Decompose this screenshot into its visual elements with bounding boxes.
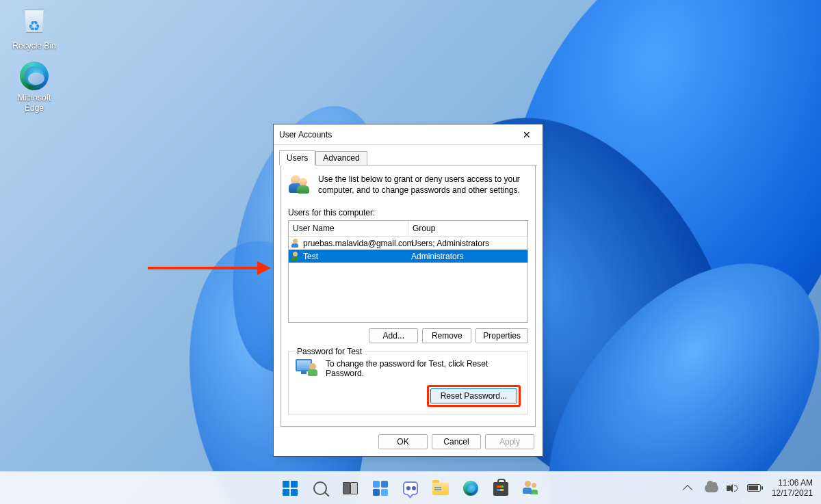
microsoft-edge-label: Microsoft Edge <box>8 93 60 113</box>
tab-advanced[interactable]: Advanced <box>315 151 367 165</box>
col-user-name[interactable]: User Name <box>289 221 408 236</box>
chat-icon <box>403 481 418 495</box>
apply-button[interactable]: Apply <box>485 434 534 449</box>
tab-pane-users: Use the list below to grant or deny user… <box>281 165 536 427</box>
edge-glyph <box>19 62 49 92</box>
search-icon <box>313 481 327 495</box>
close-button[interactable]: ✕ <box>511 124 543 145</box>
ok-button[interactable]: OK <box>378 434 428 449</box>
tabs: Users Advanced <box>279 150 537 165</box>
tab-users[interactable]: Users <box>279 150 315 165</box>
edge-button[interactable] <box>457 475 484 502</box>
taskbar-right: 11:06 AM 12/17/2021 <box>677 475 817 502</box>
col-group[interactable]: Group <box>408 221 527 236</box>
start-button[interactable] <box>276 475 304 502</box>
onedrive-icon <box>705 484 718 492</box>
file-explorer-button[interactable] <box>427 475 454 502</box>
user-group-cell: Administrators <box>408 252 527 261</box>
list-label: Users for this computer: <box>288 208 528 217</box>
remove-button[interactable]: Remove <box>422 328 471 343</box>
annotation-highlight: Reset Password... <box>427 385 521 407</box>
user-list-header: User Name Group <box>289 221 527 237</box>
widgets-button[interactable] <box>367 475 394 502</box>
people-icon <box>523 481 539 496</box>
reset-password-button[interactable]: Reset Password... <box>430 388 517 403</box>
battery-icon <box>747 484 761 492</box>
taskbar: 11:06 AM 12/17/2021 <box>0 471 821 504</box>
titlebar[interactable]: User Accounts ✕ <box>274 124 543 145</box>
user-list[interactable]: User Name Group pruebas.malavida@gmail.c… <box>288 220 528 323</box>
user-row-selected[interactable]: Test Administrators <box>289 250 527 263</box>
search-button[interactable] <box>307 475 334 502</box>
task-view-button[interactable] <box>337 475 364 502</box>
user-accounts-dialog: User Accounts ✕ Users Advanced Use the l… <box>273 124 543 457</box>
password-groupbox: Password for Test To change the password… <box>288 352 528 414</box>
user-accounts-taskbar-button[interactable] <box>517 475 545 502</box>
microsoft-edge-icon[interactable]: Microsoft Edge <box>8 62 60 113</box>
speaker-icon <box>727 484 738 492</box>
user-name-cell: pruebas.malavida@gmail.com <box>303 239 414 248</box>
groupbox-title: Password for Test <box>294 347 365 356</box>
cancel-button[interactable]: Cancel <box>432 434 481 449</box>
recycle-bin-icon[interactable]: ♻ Recycle Bin <box>8 10 60 51</box>
users-icon <box>288 174 311 197</box>
folder-icon <box>432 483 449 495</box>
titlebar-title: User Accounts <box>279 130 511 140</box>
windows-logo-icon <box>283 481 298 496</box>
recycle-bin-label: Recycle Bin <box>8 41 60 51</box>
desktop-icons: ♻ Recycle Bin Microsoft Edge <box>8 7 60 124</box>
clock[interactable]: 11:06 AM 12/17/2021 <box>768 478 817 499</box>
recycle-bin-glyph: ♻ <box>19 10 49 40</box>
store-icon <box>493 482 508 496</box>
clock-time: 11:06 AM <box>772 478 813 488</box>
add-button[interactable]: Add... <box>369 328 418 343</box>
tray-overflow[interactable] <box>677 475 698 502</box>
task-view-icon <box>343 482 358 494</box>
properties-button[interactable]: Properties <box>475 328 528 343</box>
user-row[interactable]: pruebas.malavida@gmail.com Users; Admini… <box>289 237 527 250</box>
system-tray[interactable] <box>698 475 768 502</box>
annotation-arrow <box>148 261 271 275</box>
taskbar-center <box>276 475 545 502</box>
user-icon <box>291 252 301 261</box>
chevron-up-icon <box>683 484 692 494</box>
clock-date: 12/17/2021 <box>772 488 813 499</box>
close-icon: ✕ <box>523 129 531 140</box>
user-name-cell: Test <box>303 252 318 261</box>
widgets-icon <box>373 481 388 496</box>
intro-text: Use the list below to grant or deny user… <box>318 174 528 197</box>
user-icon <box>291 239 301 248</box>
edge-icon <box>463 481 478 496</box>
user-group-cell: Users; Administrators <box>408 239 527 248</box>
chat-button[interactable] <box>397 475 424 502</box>
groupbox-text: To change the password for Test, click R… <box>326 359 521 378</box>
password-icon <box>296 359 319 380</box>
dialog-footer: OK Cancel Apply <box>274 427 543 456</box>
store-button[interactable] <box>487 475 514 502</box>
